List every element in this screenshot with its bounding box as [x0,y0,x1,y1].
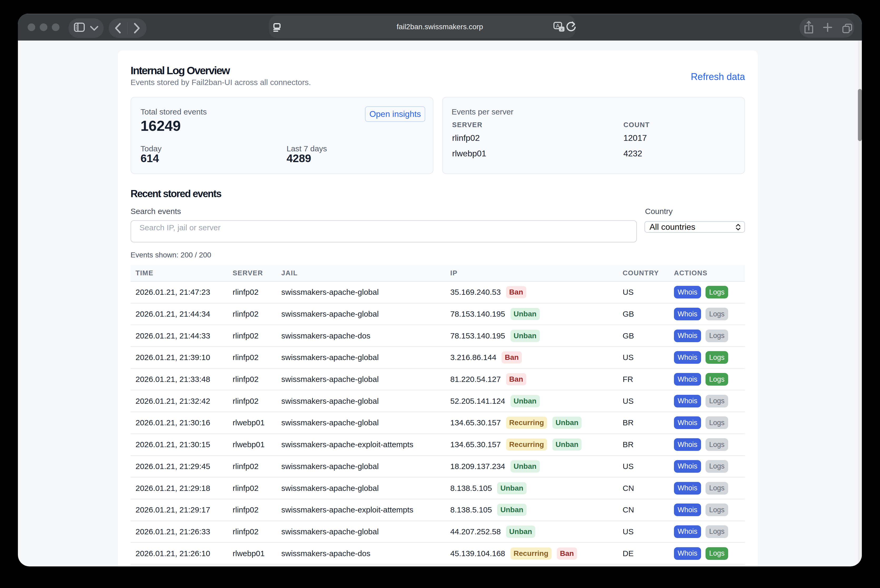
svg-text:x: x [561,27,563,32]
